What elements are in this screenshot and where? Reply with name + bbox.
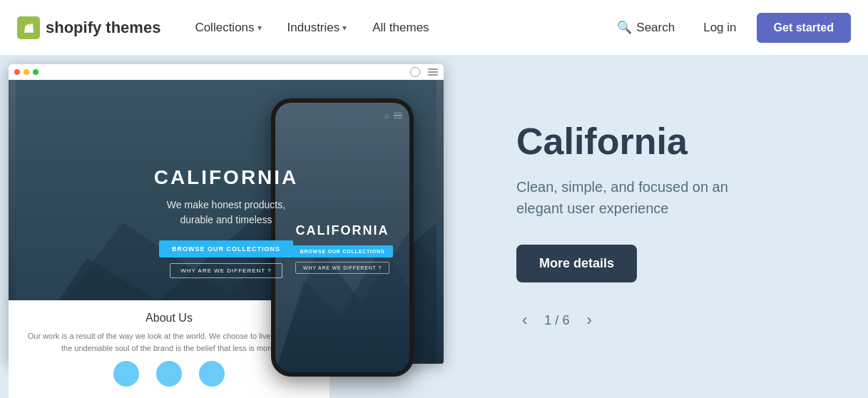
- nav-right: 🔍 Search Log in Get started: [608, 13, 851, 43]
- shopify-bag-icon: [17, 16, 40, 39]
- browser-search-icon: [410, 67, 420, 77]
- pagination-indicator: 1 / 6: [544, 313, 569, 328]
- mobile-theme-content: ⌕ CALIFORNIA BROWSE OUR COLLECTIONS: [275, 103, 409, 372]
- logo-text: shopify themes: [46, 19, 160, 37]
- about-icon-3: [199, 361, 225, 387]
- desktop-why-button[interactable]: WHY ARE WE DIFFERENT ?: [170, 263, 282, 278]
- more-details-button[interactable]: More details: [516, 245, 637, 282]
- nav-links: Collections ▾ Industries ▾ All themes: [183, 15, 608, 41]
- minimize-dot: [24, 69, 29, 75]
- logo-link[interactable]: shopify themes: [17, 16, 160, 39]
- hero-pagination: ‹ 1 / 6 ›: [516, 308, 822, 332]
- logo-themes: themes: [101, 19, 160, 36]
- pagination-total: 6: [562, 313, 569, 327]
- desktop-theme-title: CALIFORNIA: [154, 166, 299, 189]
- collections-chevron-icon: ▾: [257, 23, 262, 33]
- about-icon-1: [113, 361, 139, 387]
- get-started-button[interactable]: Get started: [757, 13, 851, 43]
- pagination-prev-button[interactable]: ‹: [516, 308, 533, 332]
- pagination-next-button[interactable]: ›: [581, 308, 597, 332]
- nav-all-themes[interactable]: All themes: [361, 15, 440, 41]
- search-label: Search: [636, 21, 675, 35]
- theme-preview: CALIFORNIA We make honest products, dura…: [0, 56, 471, 398]
- mobile-browse-button[interactable]: BROWSE OUR COLLECTIONS: [292, 245, 394, 257]
- nav-industries[interactable]: Industries ▾: [276, 15, 359, 41]
- hero-section: CALIFORNIA We make honest products, dura…: [0, 56, 868, 398]
- arrow-left-icon: ‹: [522, 311, 527, 329]
- pagination-current: 1: [544, 313, 551, 327]
- search-button[interactable]: 🔍 Search: [608, 14, 683, 41]
- browser-bar: [9, 64, 444, 80]
- desktop-theme-subtitle: We make honest products, durable and tim…: [167, 198, 285, 228]
- mobile-theme-title: CALIFORNIA: [296, 223, 389, 238]
- hero-theme-name: California: [516, 121, 822, 162]
- desktop-browse-button[interactable]: BROWSE OUR COLLECTIONS: [159, 240, 293, 257]
- search-icon: 🔍: [617, 20, 632, 35]
- hero-text-panel: California Clean, simple, and focused on…: [471, 56, 868, 398]
- maximize-dot: [33, 69, 39, 75]
- browser-menu-icon: [428, 68, 438, 76]
- about-icon-2: [156, 361, 182, 387]
- close-dot: [14, 69, 20, 75]
- industries-chevron-icon: ▾: [342, 23, 347, 33]
- about-title: About Us: [26, 312, 312, 325]
- mobile-mockup: ⌕ CALIFORNIA BROWSE OUR COLLECTIONS: [271, 98, 414, 377]
- login-button[interactable]: Log in: [695, 15, 745, 41]
- mobile-why-button[interactable]: WHY ARE WE DIFFERENT ?: [295, 262, 389, 274]
- arrow-right-icon: ›: [586, 311, 591, 329]
- hero-description: Clean, simple, and focused on an elegant…: [516, 176, 759, 219]
- about-icons: [26, 361, 312, 387]
- about-text: Our work is a result of the way we look …: [26, 330, 312, 354]
- logo-shopify: shopify: [46, 19, 101, 36]
- pagination-separator: /: [555, 313, 558, 327]
- nav-collections[interactable]: Collections ▾: [183, 15, 272, 41]
- navbar: shopify themes Collections ▾ Industries …: [0, 0, 868, 56]
